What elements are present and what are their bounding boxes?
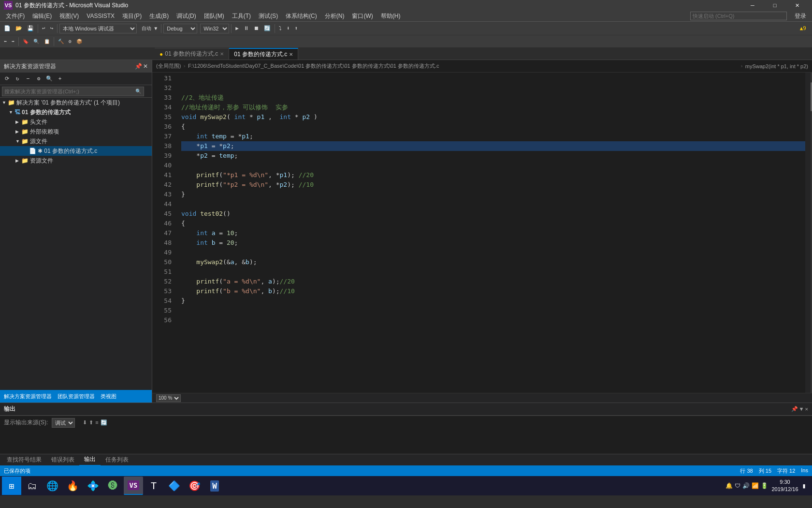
toolbar-save[interactable]: 💾 (25, 23, 36, 34)
taskbar-chrome[interactable]: 🌐 (43, 477, 62, 495)
code-line[interactable] (181, 161, 805, 170)
sidebar-refresh-btn[interactable]: ↻ (13, 75, 22, 83)
taskbar-app4[interactable]: 💠 (83, 477, 102, 495)
toolbar-redo[interactable]: ↪ (48, 23, 56, 34)
code-line[interactable]: void test02() (181, 209, 805, 219)
bottom-tab-team[interactable]: 团队资源管理器 (58, 393, 95, 400)
output-tab-find[interactable]: 查找符号结果 (2, 454, 46, 466)
minimize-button[interactable]: ─ (741, 0, 764, 11)
toolbar-open[interactable]: 📂 (14, 23, 24, 34)
taskbar-app3[interactable]: 🔥 (63, 477, 82, 495)
toolbar-new[interactable]: 📄 (2, 23, 13, 34)
menu-view[interactable]: 视图(V) (56, 11, 83, 21)
sidebar-item-cfile[interactable]: 📄 ✱ 01 参数的传递方式.c (0, 146, 152, 156)
project-node[interactable]: ▼ 🏗 01 参数的传递方式 (0, 107, 152, 117)
notif-icon3[interactable]: 🔊 (742, 482, 750, 489)
output-dropdown-btn[interactable]: ▼ (800, 406, 803, 412)
sidebar-close-btn[interactable]: ✕ (143, 63, 148, 70)
toolbar-step-over[interactable]: ⤵ (277, 23, 284, 34)
menu-tools[interactable]: 工具(T) (228, 11, 255, 21)
quick-search-input[interactable] (690, 12, 787, 20)
toolbar-undo[interactable]: ↩ (40, 23, 47, 34)
code-line[interactable]: *p2 = temp; (181, 151, 805, 161)
output-tab-tasks[interactable]: 任务列表 (101, 454, 133, 466)
toolbar2-btn5[interactable]: 📋 (42, 36, 52, 47)
login-button[interactable]: 登录 (791, 11, 810, 21)
file-tab-2-active[interactable]: 01 参数的传递方式.c ✕ (229, 48, 298, 60)
output-btn1[interactable]: ⬇ (83, 419, 87, 426)
tab-close-2[interactable]: ✕ (289, 52, 293, 57)
zoom-select[interactable]: 100 % (156, 394, 181, 402)
sidebar-expand-btn[interactable]: + (55, 75, 65, 83)
bottom-tab-solution[interactable]: 解决方案资源管理器 (4, 393, 52, 400)
toolbar-pause[interactable]: ⏸ (242, 23, 251, 34)
menu-debug[interactable]: 调试(D) (173, 11, 200, 21)
toolbar-restart[interactable]: 🔄 (262, 23, 273, 34)
code-line[interactable]: *p1 = *p2; (181, 141, 805, 151)
code-content[interactable]: //2、地址传递//地址传递时，形参 可以修饰 实参void mySwap2( … (176, 73, 805, 393)
battery-icon[interactable]: 🔋 (761, 482, 768, 489)
breadcrumb-scope[interactable]: (全局范围) (156, 62, 181, 70)
toolbar-step-out[interactable]: ⬆ (293, 23, 300, 34)
code-line[interactable] (181, 306, 805, 315)
sidebar-pin-button[interactable]: 📌 (135, 63, 142, 70)
code-line[interactable]: int b = 20; (181, 238, 805, 248)
taskbar-terminal[interactable]: T (144, 477, 163, 495)
sidebar-sync-btn[interactable]: ⟳ (2, 75, 12, 83)
tab-close-1[interactable]: ✕ (220, 51, 224, 57)
sidebar-item-headers[interactable]: ▶ 📁 头文件 (0, 117, 152, 127)
sidebar-props-btn[interactable]: ⚙ (34, 75, 44, 83)
taskbar-app7[interactable]: 🔷 (164, 477, 184, 495)
debug-config-combo[interactable]: Debug (163, 24, 197, 33)
toolbar-start-debug[interactable]: ▶ (233, 23, 241, 34)
code-line[interactable] (181, 83, 805, 93)
taskbar-app5[interactable]: 🅢 (103, 477, 123, 495)
code-line[interactable]: //2、地址传递 (181, 93, 805, 103)
sidebar-search-input[interactable] (2, 87, 144, 96)
sidebar-item-resources[interactable]: ▶ 📁 资源文件 (0, 156, 152, 165)
code-line[interactable]: printf("*p1 = %d\n", *p1); //20 (181, 170, 805, 180)
notif-icon4[interactable]: 📶 (752, 482, 759, 489)
output-tab-errors[interactable]: 错误列表 (46, 454, 79, 466)
menu-edit[interactable]: 编辑(E) (29, 11, 56, 21)
menu-test[interactable]: 测试(S) (255, 11, 282, 21)
code-line[interactable] (181, 74, 805, 83)
code-line[interactable]: int a = 10; (181, 228, 805, 238)
taskbar-app8[interactable]: 🎯 (185, 477, 204, 495)
menu-build[interactable]: 生成(B) (145, 11, 173, 21)
start-button[interactable]: ⊞ (2, 477, 21, 495)
menu-analyze[interactable]: 分析(N) (321, 11, 348, 21)
toolbar2-btn8[interactable]: 📦 (74, 36, 84, 47)
toolbar2-btn4[interactable]: 🔍 (31, 36, 41, 47)
toolbar2-btn7[interactable]: ⚙ (67, 36, 73, 47)
menu-project[interactable]: 项目(P) (118, 11, 145, 21)
output-btn3[interactable]: ≡ (95, 419, 98, 426)
taskbar-word[interactable]: W (205, 477, 224, 495)
show-desktop-btn[interactable]: ▮ (802, 482, 806, 490)
solution-node[interactable]: ▼ 📁 解决方案 '01 参数的传递方式' (1 个项目) (0, 98, 152, 107)
taskbar-explorer[interactable]: 🗂 (22, 477, 42, 495)
code-line[interactable]: int temp = *p1; (181, 132, 805, 141)
code-line[interactable]: printf("a = %d\n", a);//20 (181, 277, 805, 286)
code-line[interactable]: //地址传递时，形参 可以修饰 实参 (181, 103, 805, 112)
code-line[interactable] (181, 267, 805, 277)
notif-icon2[interactable]: 🛡 (735, 482, 740, 489)
menu-help[interactable]: 帮助(H) (377, 11, 405, 21)
code-line[interactable]: { (181, 122, 805, 132)
debug-target-combo[interactable]: 本地 Windows 调试器 (59, 24, 137, 33)
platform-combo[interactable]: Win32 (200, 24, 229, 33)
breadcrumb-function[interactable]: mySwap2(int * p1, int * p2) (745, 63, 808, 69)
menu-file[interactable]: 文件(F) (2, 11, 29, 21)
output-close-btn[interactable]: ✕ (805, 406, 808, 412)
code-line[interactable]: printf("b = %d\n", b);//10 (181, 286, 805, 296)
toolbar-auto[interactable]: 自动 ▼ (140, 23, 159, 34)
sidebar-item-extdeps[interactable]: ▶ 📁 外部依赖项 (0, 127, 152, 136)
toolbar-stop[interactable]: ⏹ (252, 23, 261, 34)
sidebar-filter-btn[interactable]: 🔍 (44, 75, 54, 83)
code-line[interactable] (181, 248, 805, 257)
restore-button[interactable]: □ (764, 0, 786, 11)
code-line[interactable] (181, 199, 805, 209)
toolbar-step-in[interactable]: ⬇ (285, 23, 292, 34)
menu-arch[interactable]: 体系结构(C) (282, 11, 321, 21)
code-line[interactable]: mySwap2(&a, &b); (181, 257, 805, 267)
